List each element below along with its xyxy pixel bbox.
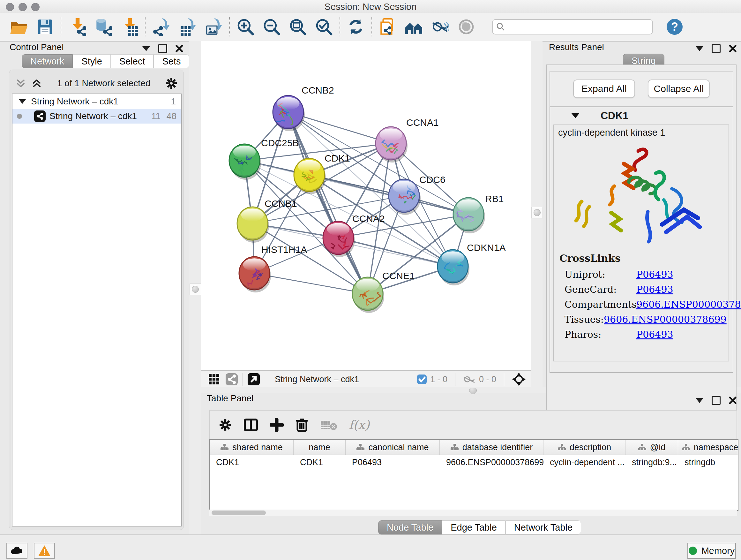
right-splitter-handle[interactable]	[531, 207, 543, 219]
zoom-fit-button[interactable]	[288, 17, 308, 37]
export-network-button[interactable]	[151, 17, 171, 37]
control-panel-menu-icon[interactable]	[142, 46, 150, 51]
cell[interactable]: cyclin-dependent ...	[543, 457, 625, 468]
export-image-button[interactable]	[204, 17, 223, 37]
save-session-button[interactable]	[35, 17, 55, 37]
tab-select[interactable]: Select	[111, 54, 154, 68]
search-box[interactable]	[492, 19, 653, 35]
node-ccne1[interactable]	[352, 277, 384, 313]
node-ccna2[interactable]	[323, 221, 355, 257]
network-view-canvas[interactable]: CCNB2CCNA1CDC25BCDK1CDC6RB1CCNB1CCNA2CDK…	[201, 41, 531, 370]
import-network-database-button[interactable]	[93, 17, 113, 37]
open-session-button[interactable]	[9, 17, 29, 37]
zoom-in-button[interactable]	[235, 17, 255, 37]
table-panel-float-icon[interactable]	[712, 396, 721, 405]
left-splitter-handle[interactable]	[190, 284, 201, 295]
detach-view-icon[interactable]	[247, 373, 260, 386]
network-overview-toggle-icon[interactable]	[225, 373, 238, 386]
node-cdkn1a[interactable]	[437, 250, 469, 286]
crosslink-link[interactable]: 9606.ENSP00000378699	[636, 299, 741, 310]
network-options-gear-icon[interactable]	[165, 77, 178, 90]
network-graph[interactable]: CCNB2CCNA1CDC25BCDK1CDC6RB1CCNB1CCNA2CDK…	[201, 41, 531, 370]
import-table-file-button[interactable]	[119, 17, 139, 37]
node-cdc25b[interactable]	[229, 144, 261, 180]
update-network-button[interactable]	[346, 17, 366, 37]
tab-network-table[interactable]: Network Table	[506, 520, 581, 535]
crosslink-link[interactable]: P06493	[636, 269, 673, 280]
cell[interactable]: 9606.ENSP00000378699	[440, 457, 543, 468]
create-column-plus-icon[interactable]	[270, 418, 284, 432]
table-scrollbar-thumb[interactable]	[212, 510, 266, 515]
left-splitter[interactable]	[189, 41, 201, 535]
node-cdk1[interactable]	[294, 159, 326, 194]
node-hist1h1a[interactable]	[239, 257, 271, 293]
expand-all-button[interactable]: Expand All	[573, 79, 635, 98]
results-panel-menu-icon[interactable]	[696, 46, 703, 51]
cloud-status-button[interactable]	[6, 543, 27, 559]
node-cdc6[interactable]	[389, 179, 421, 215]
string-protein-query-button[interactable]	[404, 17, 424, 37]
help-button[interactable]: ?	[666, 18, 684, 36]
export-table-button[interactable]	[178, 17, 197, 37]
cell[interactable]: stringdb	[678, 457, 738, 468]
column-header-database-identifier[interactable]: database identifier	[440, 440, 543, 455]
zoom-out-button[interactable]	[262, 17, 281, 37]
column-header-shared-name[interactable]: shared name	[210, 440, 293, 455]
fit-selected-crosshair-icon[interactable]	[512, 372, 526, 386]
gene-section-collapse-icon[interactable]	[571, 113, 580, 118]
gene-section: CDK1 cyclin-dependent kinase 1	[549, 107, 733, 373]
crosslink-link[interactable]: 9606.ENSP00000378699	[604, 314, 727, 325]
show-columns-icon[interactable]	[244, 418, 258, 432]
cell[interactable]: P06493	[346, 457, 440, 468]
hide-selected-button[interactable]	[430, 17, 450, 37]
node-ccnb2[interactable]	[273, 96, 305, 131]
clone-network-button[interactable]	[378, 17, 398, 37]
control-panel-float-icon[interactable]	[158, 44, 167, 53]
cell[interactable]: CDK1	[210, 457, 293, 468]
crosslink-link[interactable]: P06493	[636, 329, 673, 340]
tab-edge-table[interactable]: Edge Table	[442, 520, 506, 535]
column-type-icon	[682, 443, 690, 451]
memory-button[interactable]: Memory	[687, 543, 736, 559]
results-panel-float-icon[interactable]	[712, 44, 721, 53]
crosslink-link[interactable]: P06493	[636, 284, 673, 295]
import-network-file-button[interactable]	[67, 17, 87, 37]
network-row[interactable]: String Network – cdk1 11 48	[12, 109, 181, 124]
expand-all-networks-icon[interactable]	[31, 78, 43, 89]
node-ccna1[interactable]	[376, 127, 408, 163]
node-ccnb1[interactable]	[237, 207, 269, 243]
right-splitter[interactable]	[531, 41, 542, 387]
node-table[interactable]: shared namenamecanonical namedatabase id…	[209, 439, 738, 511]
collection-expand-icon[interactable]	[19, 99, 26, 104]
table-panel-menu-icon[interactable]	[696, 398, 703, 403]
birdseye-grid-icon[interactable]	[208, 373, 220, 385]
cell[interactable]: stringdb:9...	[625, 457, 678, 468]
column-header-description[interactable]: description	[543, 440, 625, 455]
tab-sets[interactable]: Sets	[153, 54, 189, 68]
results-panel-close-icon[interactable]	[729, 45, 737, 52]
table-row[interactable]: CDK1CDK1P064939606.ENSP00000378699cyclin…	[210, 455, 738, 469]
collapse-all-networks-icon[interactable]	[15, 78, 26, 89]
delete-column-trash-icon[interactable]	[295, 418, 309, 432]
cell[interactable]: CDK1	[293, 457, 346, 468]
warning-status-button[interactable]	[34, 543, 55, 559]
node-label-cdc25b: CDC25B	[261, 138, 299, 148]
network-collection-row[interactable]: String Network – cdk1 1	[12, 94, 181, 109]
column-header-canonical-name[interactable]: canonical name	[346, 440, 440, 455]
column-header--id[interactable]: @id	[625, 440, 678, 455]
table-settings-gear-icon[interactable]	[219, 418, 232, 432]
zoom-selected-button[interactable]	[314, 17, 334, 37]
tab-node-table[interactable]: Node Table	[378, 520, 442, 535]
column-header-namespace[interactable]: namespace	[678, 440, 738, 455]
column-header-name[interactable]: name	[293, 440, 346, 455]
node-rb1[interactable]	[453, 198, 485, 233]
control-panel-close-icon[interactable]	[176, 45, 183, 52]
table-horizontal-scrollbar[interactable]	[209, 509, 737, 516]
table-panel-close-icon[interactable]	[729, 396, 737, 404]
collapse-all-button[interactable]: Collapse All	[648, 79, 710, 98]
show-all-button[interactable]	[456, 17, 476, 37]
search-input[interactable]	[509, 21, 652, 33]
tab-network[interactable]: Network	[22, 54, 73, 68]
tab-style[interactable]: Style	[73, 54, 111, 68]
window-title: Session: New Session	[0, 2, 741, 12]
